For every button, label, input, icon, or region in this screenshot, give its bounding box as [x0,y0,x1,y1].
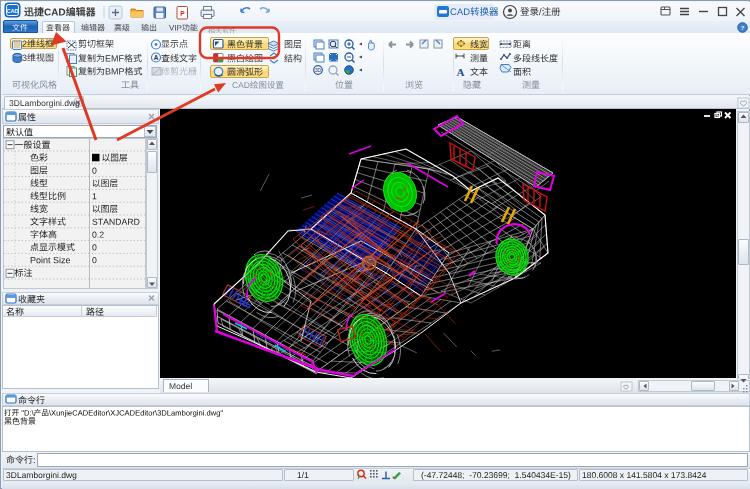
svg-text:P: P [180,10,185,17]
svg-text:?: ? [741,24,745,32]
svg-text:A: A [457,66,465,78]
svg-text:3D: 3D [315,67,322,73]
svg-text:A: A [154,54,159,61]
svg-text:CAD: CAD [7,8,19,14]
